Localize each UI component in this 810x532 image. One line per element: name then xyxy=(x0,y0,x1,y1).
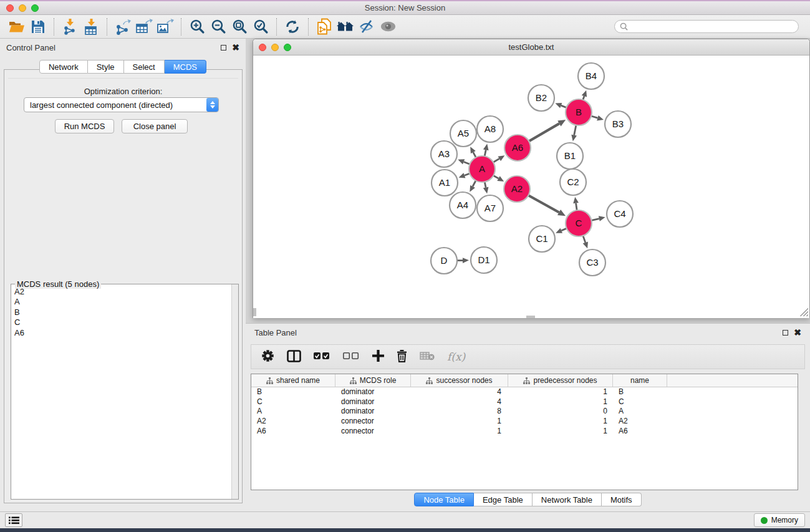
graph-edge-arrowhead xyxy=(571,135,577,142)
import-network-icon[interactable] xyxy=(59,17,80,37)
network-window-controls xyxy=(259,44,291,51)
control-panel-header: Control Panel ✖ xyxy=(0,39,246,56)
table-settings-gear-icon[interactable] xyxy=(261,349,274,364)
mcds-result-item[interactable]: A2 xyxy=(12,287,231,297)
show-column-icon[interactable] xyxy=(287,350,301,364)
close-panel-icon[interactable]: ✖ xyxy=(232,45,239,51)
save-session-icon[interactable] xyxy=(27,17,49,37)
show-eye-icon[interactable] xyxy=(377,17,398,37)
column-header-predecessor-nodes[interactable]: predecessor nodes xyxy=(508,374,613,387)
column-header-successor-nodes[interactable]: successor nodes xyxy=(411,374,508,387)
toolbar-separator xyxy=(308,18,309,36)
app-titlebar: Session: New Session xyxy=(0,1,810,15)
mcds-result-item[interactable]: A6 xyxy=(12,328,231,338)
zoom-selected-icon[interactable] xyxy=(250,17,271,37)
mcds-result-scrollbar[interactable] xyxy=(231,284,238,499)
mcds-result-box: MCDS result (5 nodes) A2ABCA6 xyxy=(11,284,239,500)
float-panel-icon[interactable] xyxy=(221,45,226,51)
tab-select[interactable]: Select xyxy=(124,60,165,74)
main-toolbar xyxy=(0,15,810,39)
graph-node-label: C1 xyxy=(536,233,547,244)
table-header-row: shared nameMCDS rolesuccessor nodesprede… xyxy=(251,374,798,387)
graph-edge-arrowhead xyxy=(458,159,465,164)
float-table-panel-icon[interactable] xyxy=(783,330,788,336)
minimize-network-window-button[interactable] xyxy=(271,44,279,51)
graph-edge-A6-B[interactable] xyxy=(528,123,559,142)
tab-network[interactable]: Network xyxy=(39,60,88,74)
table-panel-title: Table Panel xyxy=(254,328,297,337)
vertical-scroll-nub[interactable] xyxy=(253,308,256,316)
network-canvas[interactable]: B4B2BB3A8A5A6A3B1AC2A1A2A4A7C4CC1DD1C3 xyxy=(253,56,809,318)
add-column-icon[interactable] xyxy=(372,350,384,364)
open-folder-icon[interactable] xyxy=(6,17,27,37)
column-sort-icon xyxy=(523,377,530,384)
table-panel-header: Table Panel ✖ xyxy=(246,324,810,341)
column-sort-icon xyxy=(350,377,357,384)
hide-panels-icon[interactable] xyxy=(356,17,377,37)
table-row[interactable]: Cdominator41C xyxy=(251,397,798,407)
control-panel: Control Panel ✖ NetworkStyleSelectMCDS O… xyxy=(0,39,246,511)
search-box[interactable] xyxy=(614,20,799,33)
run-mcds-button[interactable]: Run MCDS xyxy=(55,119,114,133)
column-header-name[interactable]: name xyxy=(613,374,667,387)
import-table-icon[interactable] xyxy=(80,17,102,37)
table-tab-node-table[interactable]: Node Table xyxy=(414,493,474,506)
graph-node-label: A8 xyxy=(485,123,496,134)
graph-node-label: D xyxy=(441,255,448,266)
session-home-icon[interactable] xyxy=(335,17,356,37)
export-image-icon[interactable] xyxy=(155,17,176,37)
column-header-shared-name[interactable]: shared name xyxy=(251,374,335,387)
zoom-in-icon[interactable] xyxy=(186,17,208,37)
close-panel-button[interactable]: Close panel xyxy=(122,119,188,133)
horizontal-scroll-nub[interactable] xyxy=(526,316,535,318)
memory-status-dot xyxy=(761,517,768,524)
control-panel-title: Control Panel xyxy=(6,43,55,52)
table-row[interactable]: Bdominator41B xyxy=(251,387,798,397)
optimization-criterion-select[interactable]: largest connected component (directed) xyxy=(24,97,219,112)
graph-edge-arrowhead xyxy=(463,258,469,263)
table-row[interactable]: Adominator80A xyxy=(251,407,798,417)
zoom-fit-icon[interactable] xyxy=(229,17,250,37)
desktop-edge-bottom xyxy=(0,528,810,532)
export-table-icon[interactable] xyxy=(133,17,155,37)
table-tab-network-table[interactable]: Network Table xyxy=(533,493,602,506)
table-row[interactable]: A6connector11A6 xyxy=(251,427,798,437)
task-list-button[interactable] xyxy=(5,513,22,527)
mcds-result-item[interactable]: A xyxy=(12,297,231,307)
graph-edge-arrowhead xyxy=(597,115,604,120)
table-tab-motifs[interactable]: Motifs xyxy=(602,493,642,506)
search-input[interactable] xyxy=(628,22,793,31)
column-header-MCDS-role[interactable]: MCDS role xyxy=(335,374,411,387)
memory-button[interactable]: Memory xyxy=(754,513,805,527)
column-sort-icon xyxy=(426,377,433,384)
graph-node-label: B xyxy=(576,107,582,117)
network-window-titlebar[interactable]: testGlobe.txt xyxy=(253,39,809,56)
zoom-network-window-button[interactable] xyxy=(284,44,291,51)
deselect-all-checkboxes-icon[interactable] xyxy=(343,352,360,362)
tab-mcds[interactable]: MCDS xyxy=(165,60,206,74)
close-table-panel-icon[interactable]: ✖ xyxy=(794,330,801,336)
delete-column-icon[interactable] xyxy=(397,349,407,364)
zoom-out-icon[interactable] xyxy=(208,17,229,37)
graph-node-label: A1 xyxy=(439,177,450,188)
graph-edge-A2-C[interactable] xyxy=(528,195,559,212)
mcds-result-item[interactable]: C xyxy=(12,317,231,327)
mcds-result-item[interactable]: B xyxy=(12,307,231,317)
export-network-icon[interactable] xyxy=(112,17,133,37)
select-all-checkboxes-icon[interactable] xyxy=(314,352,330,362)
minimize-window-button[interactable] xyxy=(19,4,26,12)
duplicate-network-icon[interactable] xyxy=(314,17,335,37)
table-tab-edge-table[interactable]: Edge Table xyxy=(474,493,533,506)
network-view-window: testGlobe.txt B4B2BB3A8A5A6A3B1AC2A1A2A4… xyxy=(253,39,810,318)
graph-edge-arrowhead xyxy=(582,90,587,97)
refresh-view-icon[interactable] xyxy=(282,17,303,37)
tab-style[interactable]: Style xyxy=(88,60,124,74)
close-window-button[interactable] xyxy=(6,4,14,12)
zoom-window-button[interactable] xyxy=(31,4,39,12)
window-resize-grip[interactable] xyxy=(800,308,808,316)
table-toolbar: f(x) xyxy=(251,344,805,369)
close-network-window-button[interactable] xyxy=(259,44,266,51)
graph-edge-arrowhead xyxy=(555,103,562,108)
mcds-tab-content: Optimization criterion: largest connecte… xyxy=(4,69,243,503)
table-row[interactable]: A2connector11A2 xyxy=(251,417,798,427)
